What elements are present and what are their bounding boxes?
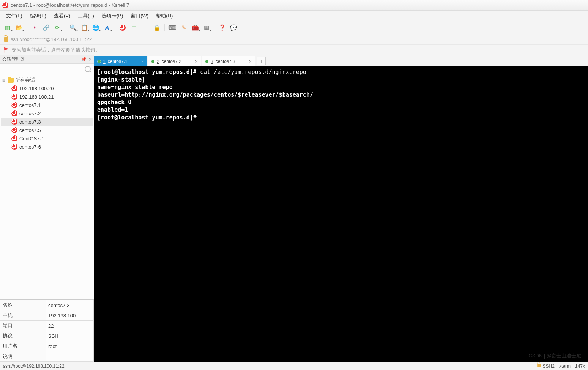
session-label: centos7.5 bbox=[19, 127, 41, 133]
new-session-button[interactable]: ▥ bbox=[2, 23, 13, 33]
prop-key: 主机 bbox=[0, 310, 46, 321]
session-item[interactable]: CentOS7-1 bbox=[1, 134, 93, 143]
session-icon bbox=[11, 119, 17, 125]
session-tree[interactable]: ⊟ 所有会话 192.168.100.20192.168.100.21cento… bbox=[0, 74, 94, 299]
menu-item[interactable]: 选项卡(B) bbox=[99, 11, 126, 20]
hint-text: 要添加当前会话，点击左侧的箭头按钮。 bbox=[11, 47, 100, 53]
session-item[interactable]: centos7.5 bbox=[1, 126, 93, 134]
prop-value: 22 bbox=[46, 321, 94, 331]
session-label: centos7.2 bbox=[19, 111, 41, 116]
close-tab-icon[interactable]: × bbox=[141, 59, 144, 64]
tree-root-label: 所有会话 bbox=[15, 77, 35, 83]
session-item[interactable]: 192.168.100.20 bbox=[1, 84, 93, 92]
reconnect-button[interactable]: ✶ bbox=[29, 23, 40, 33]
status-dot-icon bbox=[151, 60, 154, 63]
status-lock-icon bbox=[537, 364, 541, 367]
toolbar-separator bbox=[164, 24, 165, 31]
status-bar: ssh://root@192.168.100.11:22 SSH2 xterm … bbox=[0, 362, 588, 370]
status-term: xterm bbox=[559, 364, 571, 369]
window-title: centos7.1 - root@localhost:/etc/yum.repo… bbox=[11, 2, 129, 8]
session-icon bbox=[11, 135, 17, 141]
session-label: 192.168.100.20 bbox=[19, 86, 54, 91]
tab-bar: 1centos7.1×2centos7.2×3centos7.3×+ bbox=[94, 55, 588, 66]
titlebar: centos7.1 - root@localhost:/etc/yum.repo… bbox=[0, 0, 588, 11]
menu-item[interactable]: 文件(F) bbox=[3, 11, 25, 20]
session-search[interactable] bbox=[0, 64, 94, 74]
address-text: ssh://root:*******@192.168.100.11:22 bbox=[11, 36, 92, 42]
copy-button[interactable]: 📋 bbox=[79, 23, 90, 33]
session-icon bbox=[11, 110, 17, 116]
menu-item[interactable]: 帮助(H) bbox=[153, 11, 176, 20]
font-button[interactable]: A bbox=[102, 23, 112, 33]
session-label: CentOS7-1 bbox=[19, 136, 44, 141]
prop-value: root bbox=[46, 341, 94, 351]
close-panel-icon[interactable]: × bbox=[89, 57, 91, 62]
prop-value: centos7.3 bbox=[46, 300, 94, 310]
toolbar-separator bbox=[115, 24, 115, 31]
session-label: 192.168.100.21 bbox=[19, 94, 54, 100]
prop-key: 端口 bbox=[0, 321, 46, 331]
find-button[interactable]: 🔍 bbox=[68, 23, 78, 33]
session-label: centos7.3 bbox=[19, 119, 41, 125]
session-item[interactable]: centos7-6 bbox=[1, 143, 93, 151]
session-item[interactable]: centos7.1 bbox=[1, 101, 93, 109]
session-item[interactable]: centos7.3 bbox=[1, 118, 93, 126]
session-label: centos7-6 bbox=[19, 144, 41, 150]
highlighter-button[interactable]: ✎ bbox=[178, 23, 189, 33]
menu-item[interactable]: 编辑(E) bbox=[27, 11, 49, 20]
status-dot-icon bbox=[205, 60, 208, 63]
session-icon bbox=[11, 102, 17, 108]
toolbar: ▥ 📂 ✶ 🔗 ⟳ 🔍 📋 🌐 A ◫ ⛶ 🔒 ⌨ ✎ 🧰 ▦ ❓ 💬 bbox=[0, 21, 588, 34]
session-tab[interactable]: 3centos7.3× bbox=[202, 56, 255, 66]
layout-button[interactable]: ▦ bbox=[201, 23, 212, 33]
help-button[interactable]: ❓ bbox=[217, 23, 227, 33]
menubar: 文件(F)编辑(E)查看(V)工具(T)选项卡(B)窗口(W)帮助(H) bbox=[0, 11, 588, 21]
menu-item[interactable]: 查看(V) bbox=[51, 11, 73, 20]
prop-value: SSH bbox=[46, 331, 94, 341]
lock-button[interactable]: 🔒 bbox=[151, 23, 162, 33]
xshell-button[interactable] bbox=[117, 23, 128, 33]
open-session-button[interactable]: 📂 bbox=[14, 23, 24, 33]
status-left: ssh://root@192.168.100.11:22 bbox=[3, 364, 65, 369]
status-ssh: SSH2 bbox=[543, 364, 555, 369]
session-icon bbox=[11, 94, 17, 100]
toolbar-separator bbox=[65, 24, 65, 31]
menu-item[interactable]: 工具(T) bbox=[75, 11, 97, 20]
tab-number: 3 bbox=[211, 59, 213, 64]
session-tab[interactable]: 2centos7.2× bbox=[148, 56, 201, 66]
address-bar[interactable]: ssh://root:*******@192.168.100.11:22 bbox=[0, 34, 588, 45]
disconnect-button[interactable]: ⟳ bbox=[52, 23, 63, 33]
prop-key: 说明 bbox=[0, 351, 46, 362]
session-icon bbox=[11, 127, 17, 133]
prop-key: 协议 bbox=[0, 331, 46, 341]
link-button[interactable]: 🔗 bbox=[41, 23, 51, 33]
session-tab[interactable]: 1centos7.1× bbox=[94, 56, 147, 66]
toolbar-separator bbox=[214, 24, 214, 31]
close-tab-icon[interactable]: × bbox=[249, 59, 252, 64]
pin-icon[interactable]: 📌 bbox=[81, 57, 87, 62]
session-manager-panel: 会话管理器 📌 × ⊟ 所有会话 192.168.100.20192.168.1… bbox=[0, 55, 94, 362]
session-icon bbox=[11, 144, 17, 150]
session-properties: 名称centos7.3主机192.168.100....端口22协议SSH用户名… bbox=[0, 299, 94, 362]
tab-number: 2 bbox=[157, 59, 159, 64]
tree-root[interactable]: ⊟ 所有会话 bbox=[1, 76, 93, 84]
globe-button[interactable]: 🌐 bbox=[90, 23, 101, 33]
keyboard-button[interactable]: ⌨ bbox=[167, 23, 178, 33]
session-item[interactable]: 192.168.100.21 bbox=[1, 92, 93, 101]
close-tab-icon[interactable]: × bbox=[195, 59, 198, 64]
fullscreen-button[interactable]: ⛶ bbox=[140, 23, 151, 33]
session-manager-header: 会话管理器 📌 × bbox=[0, 55, 94, 64]
collapse-icon[interactable]: ⊟ bbox=[2, 78, 6, 82]
menu-item[interactable]: 窗口(W) bbox=[128, 11, 151, 20]
toolbox-button[interactable]: 🧰 bbox=[190, 23, 200, 33]
session-label: centos7.1 bbox=[19, 102, 41, 108]
chat-button[interactable]: 💬 bbox=[228, 23, 239, 33]
app-icon bbox=[2, 2, 8, 8]
terminal[interactable]: [root@localhost yum.repos.d]# cat /etc/y… bbox=[94, 66, 588, 362]
xftp-button[interactable]: ◫ bbox=[129, 23, 139, 33]
session-item[interactable]: centos7.2 bbox=[1, 109, 93, 118]
prop-value: 192.168.100.... bbox=[46, 310, 94, 321]
add-tab-button[interactable]: + bbox=[257, 57, 266, 65]
search-icon bbox=[85, 66, 91, 72]
folder-icon bbox=[8, 78, 14, 83]
